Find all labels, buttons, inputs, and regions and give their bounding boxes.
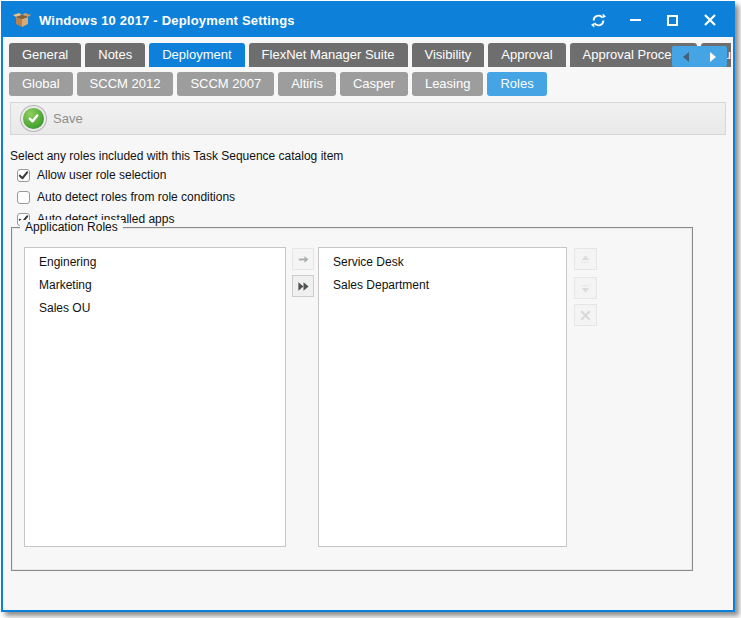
move-down-button[interactable] (574, 277, 597, 299)
application-roles-groupbox: Application Roles Enginering Marketing S… (11, 227, 693, 571)
checkbox[interactable] (17, 191, 30, 204)
minimize-button[interactable] (628, 13, 643, 28)
checkbox-row[interactable]: Allow user role selection (17, 164, 235, 186)
save-button[interactable]: Save (11, 103, 95, 134)
tab-scroll-control (672, 46, 727, 67)
save-check-icon (23, 108, 44, 129)
secondary-tab[interactable]: Roles (487, 72, 546, 96)
available-role-item[interactable]: Marketing (25, 274, 285, 297)
secondary-tab[interactable]: Leasing (412, 72, 484, 96)
checkbox-label: Auto detect roles from role conditions (37, 190, 235, 204)
refresh-icon[interactable] (591, 13, 606, 28)
primary-tab-strip: General Notes Deployment FlexNet Manager… (9, 43, 731, 67)
available-roles-list[interactable]: Enginering Marketing Sales OU (24, 247, 286, 547)
scroll-right-icon[interactable] (710, 52, 716, 62)
available-role-item[interactable]: Sales OU (25, 297, 285, 320)
move-all-right-button[interactable] (292, 275, 314, 297)
scroll-left-icon[interactable] (683, 52, 689, 62)
selected-roles-list[interactable]: Service Desk Sales Department (318, 247, 567, 547)
toolbar: Save (10, 102, 726, 135)
primary-tab[interactable]: General (9, 43, 81, 67)
save-label: Save (53, 111, 83, 126)
app-window: Windows 10 2017 - Deployment Settings (1, 1, 735, 612)
primary-tab[interactable]: Visibility (412, 43, 485, 67)
titlebar[interactable]: Windows 10 2017 - Deployment Settings (3, 3, 733, 37)
secondary-tab-strip: Global SCCM 2012 SCCM 2007 Altiris Caspe… (9, 72, 731, 96)
double-arrow-right-icon (297, 280, 310, 293)
secondary-tab[interactable]: Global (9, 72, 73, 96)
checkbox-label: Allow user role selection (37, 168, 166, 182)
arrow-down-icon (579, 282, 592, 295)
arrow-right-icon (297, 253, 310, 266)
selected-role-item[interactable]: Sales Department (319, 274, 566, 297)
maximize-button[interactable] (665, 13, 680, 28)
selected-role-item[interactable]: Service Desk (319, 251, 566, 274)
checkbox-row[interactable]: Auto detect roles from role conditions (17, 186, 235, 208)
secondary-tab[interactable]: Altiris (278, 72, 336, 96)
window-title: Windows 10 2017 - Deployment Settings (39, 13, 591, 28)
remove-button[interactable] (574, 304, 597, 326)
package-icon (13, 12, 31, 28)
checkbox[interactable] (17, 169, 30, 182)
available-role-item[interactable]: Enginering (25, 251, 285, 274)
instruction-text: Select any roles included with this Task… (10, 149, 343, 163)
secondary-tab[interactable]: SCCM 2012 (77, 72, 174, 96)
arrow-up-icon (579, 253, 592, 266)
secondary-tab[interactable]: Casper (340, 72, 408, 96)
primary-tab[interactable]: Deployment (149, 43, 244, 67)
move-right-button[interactable] (292, 248, 314, 270)
secondary-tab[interactable]: SCCM 2007 (177, 72, 274, 96)
remove-x-icon (579, 309, 592, 322)
primary-tab[interactable]: FlexNet Manager Suite (249, 43, 408, 67)
window-controls (591, 13, 723, 28)
primary-tab[interactable]: Approval (488, 43, 565, 67)
move-up-button[interactable] (574, 248, 597, 270)
groupbox-title: Application Roles (20, 220, 123, 234)
primary-tab[interactable]: Notes (85, 43, 145, 67)
close-button[interactable] (702, 13, 717, 28)
